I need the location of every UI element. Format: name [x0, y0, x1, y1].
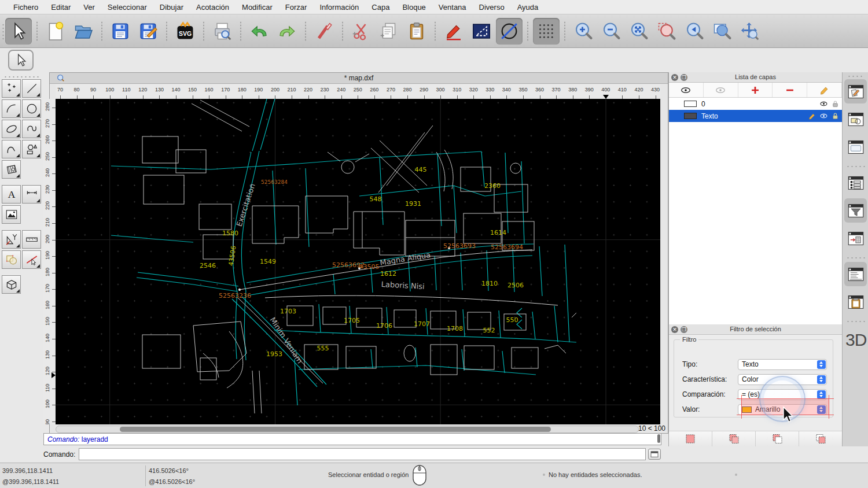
menu-ventana[interactable]: Ventana	[432, 0, 473, 14]
command-options-button[interactable]	[648, 449, 661, 460]
menu-seleccionar[interactable]: Seleccionar	[101, 0, 153, 14]
hide-all-eye-button[interactable]	[704, 83, 738, 97]
select-button[interactable]	[5, 18, 32, 45]
tool-image-button[interactable]	[2, 205, 21, 224]
dropdown-stepper-icon[interactable]	[817, 375, 826, 384]
zoom-out-button[interactable]	[598, 18, 624, 45]
toolbar-drag-handle[interactable]	[1, 23, 5, 40]
tool-spline-button[interactable]	[22, 120, 41, 138]
tool-points-button[interactable]	[2, 79, 21, 98]
menu-diverso[interactable]: Diverso	[473, 0, 511, 14]
layer-color-swatch[interactable]	[684, 113, 697, 119]
layer-row-0[interactable]: 0	[669, 98, 842, 110]
panel-command-toggle-button[interactable]	[844, 262, 867, 286]
draw-pencil-button[interactable]	[440, 18, 467, 45]
tool-hatch-button[interactable]	[2, 160, 21, 179]
tool-arc-button[interactable]	[2, 99, 21, 118]
window-zoom-icon[interactable]	[57, 74, 65, 82]
new-button[interactable]	[42, 18, 69, 45]
tool-draft-tools-button[interactable]	[2, 230, 21, 249]
select-intersect-button[interactable]	[799, 431, 843, 446]
menu-capa[interactable]: Capa	[365, 0, 396, 14]
edit-layer-button[interactable]	[807, 83, 842, 97]
panel-library-toggle-button[interactable]	[844, 107, 867, 131]
layer-row-texto[interactable]: Texto	[669, 110, 842, 122]
layer-visibility-icon[interactable]	[819, 112, 828, 120]
save-button[interactable]	[107, 18, 134, 45]
save-as-button[interactable]	[135, 18, 161, 45]
menu-fichero[interactable]: Fichero	[7, 0, 45, 14]
menu-bloque[interactable]: Bloque	[396, 0, 432, 14]
layer-edit-pencil-icon[interactable]	[808, 112, 816, 120]
menu-forzar[interactable]: Forzar	[279, 0, 314, 14]
select-replace-button[interactable]	[669, 431, 712, 446]
select-remove-button[interactable]	[756, 431, 799, 446]
zoom-pan-button[interactable]	[737, 18, 763, 45]
tool-ellipse-button[interactable]	[2, 120, 21, 138]
command-history-scrollbar[interactable]	[657, 434, 660, 443]
menu-informacion[interactable]: Información	[313, 0, 365, 14]
drawing-canvas[interactable]: 4452360548193116141580254615491612181025…	[56, 99, 660, 424]
zoom-previous-button[interactable]	[681, 18, 708, 45]
select-tool-button[interactable]	[8, 50, 34, 71]
copy-button[interactable]	[376, 18, 402, 45]
redo-button[interactable]	[274, 18, 300, 45]
tool-box-3d-button[interactable]	[2, 275, 21, 294]
tool-text-button[interactable]: A	[2, 185, 21, 204]
add-layer-button[interactable]	[738, 83, 773, 97]
undo-button[interactable]	[246, 18, 273, 45]
panel-filter-toggle-button[interactable]	[844, 198, 867, 223]
zoom-selection-button[interactable]	[653, 18, 680, 45]
circle-slash-button[interactable]	[496, 18, 523, 45]
layer-lock-icon[interactable]	[831, 112, 840, 120]
show-all-eye-button[interactable]	[669, 83, 704, 97]
panel-clipboard-toggle-button[interactable]	[844, 290, 867, 314]
remove-layer-button[interactable]	[773, 83, 807, 97]
tool-polyline-button[interactable]	[2, 140, 21, 158]
layer-visibility-icon[interactable]	[819, 99, 828, 108]
tool-snap-button[interactable]	[22, 250, 41, 269]
close-filter-button[interactable]: ✕	[671, 326, 678, 333]
tool-circle-button[interactable]	[22, 99, 41, 118]
tool-line-button[interactable]	[22, 79, 41, 98]
filter-field-dropdown[interactable]: Texto	[738, 359, 827, 370]
menu-dibujar[interactable]: Dibujar	[153, 0, 190, 14]
detach-filter-button[interactable]: ❐	[681, 326, 687, 333]
layer-lock-icon[interactable]	[831, 99, 840, 108]
palette-drag-handle[interactable]	[3, 75, 41, 78]
grid-button[interactable]	[533, 18, 560, 45]
scrollbar-thumb[interactable]	[120, 427, 551, 432]
panel-blank-toggle-button[interactable]	[844, 135, 867, 159]
dropdown-stepper-icon[interactable]	[817, 390, 826, 399]
strip-drag-handle[interactable]	[847, 75, 865, 77]
eraser-button[interactable]	[311, 18, 337, 45]
select-add-button[interactable]	[712, 431, 756, 446]
paste-button[interactable]	[403, 18, 430, 45]
menu-acotacion[interactable]: Acotación	[190, 0, 236, 14]
open-button[interactable]	[70, 18, 97, 45]
3d-mode-label[interactable]: 3D	[845, 330, 866, 350]
layer-color-swatch[interactable]	[684, 101, 697, 107]
command-input[interactable]	[79, 448, 646, 460]
svg-export-button[interactable]: SVG	[172, 18, 198, 45]
print-preview-button[interactable]	[209, 18, 236, 45]
menu-editar[interactable]: Editar	[45, 0, 77, 14]
tool-trim-button[interactable]	[2, 250, 21, 269]
close-panel-button[interactable]: ✕	[671, 74, 678, 81]
detach-panel-button[interactable]: ❐	[681, 74, 687, 81]
menu-ayuda[interactable]: Ayuda	[511, 0, 545, 14]
panel-list-toggle-button[interactable]	[844, 171, 867, 195]
zoom-fit-button[interactable]	[626, 18, 652, 45]
dropdown-stepper-icon[interactable]	[817, 360, 826, 369]
panel-layers-toggle-button[interactable]	[844, 79, 867, 103]
tool-polygon-button[interactable]	[22, 140, 41, 158]
tool-dimension-button[interactable]	[22, 185, 41, 204]
horizontal-scrollbar[interactable]	[56, 426, 639, 433]
zoom-in-button[interactable]	[570, 18, 597, 45]
menu-ver[interactable]: Ver	[77, 0, 101, 14]
zoom-window-button[interactable]	[709, 18, 735, 45]
menu-modificar[interactable]: Modificar	[236, 0, 279, 14]
panel-walls-toggle-button[interactable]	[844, 226, 867, 250]
cut-button[interactable]	[348, 18, 374, 45]
tool-measure-button[interactable]	[22, 230, 41, 249]
